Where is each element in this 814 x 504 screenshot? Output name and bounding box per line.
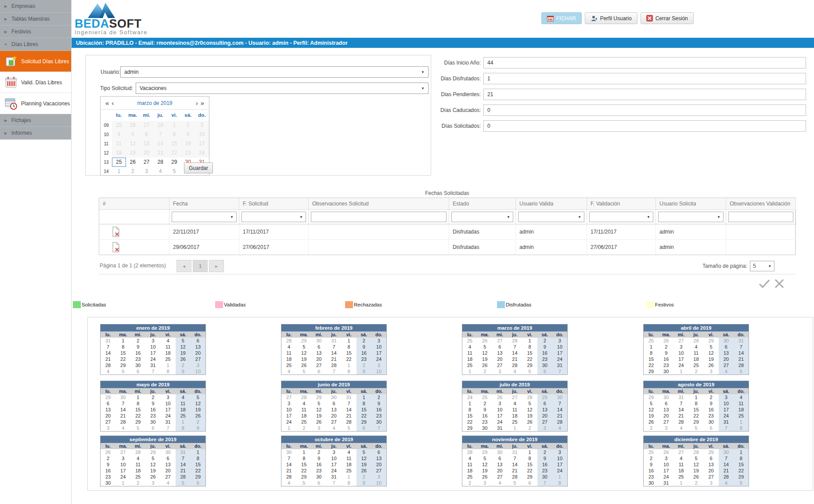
calendar-day: 2 [145, 394, 160, 400]
calendar-day: 3 [371, 338, 386, 344]
calendar-day: 19 [477, 468, 492, 474]
calendar-day: 5 [477, 344, 492, 350]
calendar-day: 2 [477, 368, 492, 374]
sidebar-group-fichajes[interactable]: ▶Fichajes [0, 114, 71, 127]
column-header-observaciones-solicitud[interactable]: Observaciones Solicitud [309, 198, 449, 210]
calendar-day: 31 [161, 419, 176, 425]
column-header-f-solicitud[interactable]: F. Solicitud [239, 198, 309, 210]
delete-row-icon[interactable] [112, 242, 120, 252]
summary-value-input[interactable]: 1 [483, 73, 806, 84]
cancel-x-icon[interactable] [774, 279, 784, 288]
calendar-day: 6 [130, 368, 145, 374]
perfil-usuario-button[interactable]: Perfil Usuario [585, 12, 638, 24]
prev-page-button[interactable]: ◂ [176, 260, 191, 272]
filter-select-f-validacion[interactable]: ▼ [589, 212, 653, 222]
next-page-button[interactable]: ▸ [209, 260, 224, 272]
calendar-day: 8 [115, 344, 130, 350]
summary-value-input[interactable]: 0 [483, 104, 806, 116]
calendar-day: 7 [674, 400, 688, 407]
calendar-day: 17 [161, 407, 176, 413]
filter-input-observaciones-validacion[interactable] [728, 212, 793, 222]
confirm-cancel-actions [759, 279, 784, 288]
calendar-day: 5 [688, 455, 703, 461]
calendar-prev-month-icon[interactable]: ‹ [110, 97, 115, 109]
sidebar-group-tablas-maestras[interactable]: ▶Tablas Maestras [0, 13, 71, 25]
day-cell[interactable]: 28 [154, 158, 168, 167]
summary-value-input[interactable]: 0 [483, 120, 806, 132]
month-title: abril de 2019 [644, 324, 749, 331]
calendar-day: 23 [145, 413, 160, 419]
sidebar-group-festivos[interactable]: ▶Festivos [0, 25, 71, 38]
chevron-right-icon: ▶ [0, 131, 11, 135]
filter-input-observaciones-solicitud[interactable] [311, 212, 447, 222]
filter-select-usuario-valida[interactable]: ▼ [518, 212, 584, 222]
calendar-prev-year-icon[interactable]: « [104, 97, 110, 109]
request-form-panel: Usuario: admin ▼ Tipo Solicitud: Vacacio… [85, 55, 431, 176]
day-cell[interactable]: 27 [140, 158, 154, 167]
day-header: ju. [688, 443, 703, 449]
selected-day-cell[interactable]: 25 [112, 158, 126, 167]
calendar-day: 30 [161, 449, 176, 455]
summary-value-input[interactable]: 44 [483, 57, 806, 68]
calendar-day: 2 [176, 362, 191, 368]
calendar-day: 19 [311, 413, 326, 419]
sidebar-group-informes[interactable]: ▶Informes [0, 127, 71, 140]
day-cell: 2 [126, 167, 140, 176]
calendar-day: 2 [357, 338, 371, 344]
column-header-estado[interactable]: Estado [449, 198, 516, 210]
day-header: do. [371, 388, 386, 394]
confirm-check-icon[interactable] [759, 279, 770, 288]
calendar-next-year-icon[interactable]: » [199, 97, 205, 109]
calendar-day: 12 [176, 344, 191, 350]
cerrar-sesion-button[interactable]: Cerrar Sesión [641, 12, 694, 24]
page-number-button[interactable]: 1 [193, 260, 208, 272]
column-header-observaciones-validacion[interactable]: Observaciones Validación [726, 198, 796, 210]
column-header-usuario-solicita[interactable]: Usuario Solicita [656, 198, 726, 210]
column-header-fecha[interactable]: Fecha [169, 198, 239, 210]
logo: BEDASOFT Ingeniería de Software [75, 2, 171, 36]
calendar-day: 29 [644, 394, 659, 400]
chevron-down-icon: ▼ [768, 264, 771, 268]
calendar-day: 22 [296, 468, 311, 474]
calendar-day: 28 [326, 362, 341, 368]
sidebar-group-label: Fichajes [11, 117, 31, 123]
calendar-next-month-icon[interactable]: › [194, 97, 199, 109]
sidebar-item-valid-dias-libres[interactable]: Valid. Días Libres [0, 72, 71, 93]
calendar-day: 15 [296, 461, 311, 468]
calendar-day: 20 [537, 413, 552, 419]
calendar-day: 19 [357, 461, 371, 468]
filter-select-usuario-solicita[interactable]: ▼ [658, 212, 724, 222]
sidebar-group-dias-libres[interactable]: ▼Días Libres [0, 38, 71, 51]
tipo-solicitud-value: Vacaciones [140, 85, 166, 91]
filter-select-fecha[interactable]: ▼ [172, 212, 237, 222]
delete-row-icon[interactable] [112, 227, 120, 237]
guardar-button[interactable]: Guardar [184, 162, 213, 173]
calendar-day: 13 [537, 407, 552, 413]
column-header-f-validacion[interactable]: F. Validación [587, 198, 656, 210]
filter-select-estado[interactable]: ▼ [451, 212, 513, 222]
day-cell[interactable]: 26 [126, 158, 140, 167]
usuario-select[interactable]: admin ▼ [120, 66, 429, 78]
month-day-headers: lu.ma.mi.ju.vi.sá.do. [281, 388, 386, 394]
column-header-usuario-valida[interactable]: Usuario Valida [516, 198, 587, 210]
calendar-day: 6 [326, 400, 341, 407]
sidebar-group-empresas[interactable]: ▶Empresas [0, 0, 71, 13]
fichar-button[interactable]: FICHAR [541, 12, 582, 24]
calendar-day: 31 [176, 449, 191, 455]
day-cell[interactable]: 29 [167, 158, 181, 167]
summary-value-input[interactable]: 21 [483, 89, 806, 100]
month-grid: 2829303112345678910111213141516171819202… [462, 449, 567, 486]
calendar-day: 17 [326, 461, 341, 468]
date-picker-month-title[interactable]: marzo de 2019 [115, 100, 194, 106]
calendar-day: 1 [296, 449, 311, 455]
filter-select-f-solicitud[interactable]: ▼ [241, 212, 306, 222]
tipo-solicitud-select[interactable]: Vacaciones ▼ [136, 83, 429, 94]
day-header: mi. [130, 443, 145, 449]
column-header-[interactable]: # [99, 198, 169, 210]
month-day-headers: lu.ma.mi.ju.vi.sá.do. [101, 388, 205, 394]
calendar-day: 22 [522, 468, 537, 474]
sidebar-item-solicitud-dias-libres[interactable]: Solicitud Días Libres [0, 51, 71, 72]
month-title: agosto de 2019 [644, 381, 749, 388]
page-size-select[interactable]: 5 ▼ [750, 261, 774, 271]
sidebar-item-planning-vacaciones[interactable]: Planning Vacaciones [0, 93, 71, 114]
